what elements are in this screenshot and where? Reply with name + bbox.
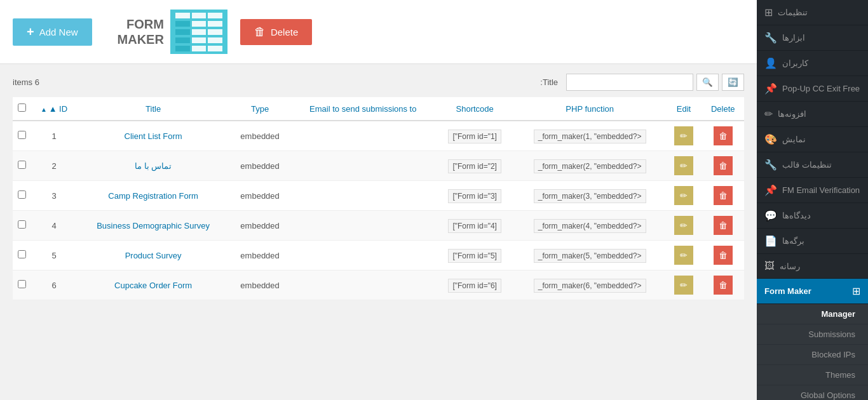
row-type-1: embedded — [229, 121, 290, 151]
delete-button-5[interactable]: 🗑 — [714, 246, 733, 265]
row-title-1[interactable]: Client List Form — [77, 121, 229, 151]
row-id-3: 3 — [31, 181, 77, 211]
row-select-2[interactable] — [18, 161, 26, 169]
submenu-manager[interactable]: Manager — [757, 304, 868, 324]
edit-button-5[interactable]: ✏ — [674, 246, 693, 265]
row-edit-4[interactable]: ✏ — [666, 211, 702, 241]
row-type-6: embedded — [229, 270, 290, 300]
sidebar-item-pages[interactable]: برگه‌ها 📄 — [757, 229, 868, 254]
row-email-6 — [290, 270, 435, 300]
reset-button[interactable]: 🔄 — [722, 74, 744, 91]
row-type-2: embedded — [229, 151, 290, 181]
edit-button-6[interactable]: ✏ — [674, 276, 693, 295]
sidebar-item-plugins[interactable]: افزونه‌ها ✏ — [757, 102, 868, 127]
add-new-label: Add New — [39, 27, 78, 37]
add-new-button[interactable]: + Add New — [13, 18, 92, 46]
row-delete-5[interactable]: 🗑 — [702, 241, 744, 270]
row-php-3: _form_maker(3, "embedded?> — [514, 181, 666, 211]
items-count: items 6 — [13, 77, 39, 87]
comments-icon: 💬 — [764, 210, 777, 222]
form-maker-logo: FORM MAKER — [118, 10, 227, 54]
search-button[interactable]: 🔍 — [696, 74, 719, 91]
delete-button[interactable]: 🗑 Delete — [240, 19, 312, 45]
row-select-6[interactable] — [18, 280, 26, 288]
row-checkbox-4[interactable] — [13, 211, 31, 241]
sidebar-item-appearance[interactable]: نمایش 🎨 — [757, 127, 868, 152]
delete-label: Delete — [271, 27, 298, 37]
row-title-4[interactable]: Business Demographic Survey — [77, 211, 229, 241]
form-maker-sidebar-icon: ⊞ — [852, 285, 860, 297]
select-all-checkbox[interactable] — [18, 103, 26, 112]
tools-icon: 🔧 — [764, 32, 777, 44]
sidebar-item-settings[interactable]: تنظیمات ⊞ — [757, 0, 868, 25]
row-edit-6[interactable]: ✏ — [666, 270, 702, 300]
row-email-5 — [290, 241, 435, 270]
submenu-themes[interactable]: Themes — [757, 365, 868, 385]
media-icon: 🖼 — [764, 260, 775, 272]
row-title-6[interactable]: Cupcake Order Form — [77, 270, 229, 300]
sidebar-item-comments[interactable]: دیدگاه‌ها 💬 — [757, 203, 868, 229]
th-select-all[interactable] — [13, 97, 31, 121]
sidebar-item-tools[interactable]: ابزارها 🔧 — [757, 25, 868, 51]
th-type[interactable]: Type — [229, 97, 290, 121]
row-checkbox-3[interactable] — [13, 181, 31, 211]
row-shortcode-6: ["Form id="6] — [435, 270, 513, 300]
trash-icon: 🗑 — [254, 25, 266, 39]
submenu-global-options[interactable]: Global Options — [757, 385, 868, 400]
submenu-blocked-ips[interactable]: Blocked IPs — [757, 345, 868, 365]
row-select-1[interactable] — [18, 131, 26, 139]
row-delete-2[interactable]: 🗑 — [702, 151, 744, 181]
row-id-1: 1 — [31, 121, 77, 151]
th-title[interactable]: Title — [77, 97, 229, 121]
form-maker-icon — [170, 10, 227, 54]
edit-button-3[interactable]: ✏ — [674, 186, 693, 205]
row-select-4[interactable] — [18, 220, 26, 229]
row-type-5: embedded — [229, 241, 290, 270]
delete-button-2[interactable]: 🗑 — [714, 156, 733, 175]
row-delete-4[interactable]: 🗑 — [702, 211, 744, 241]
row-edit-3[interactable]: ✏ — [666, 181, 702, 211]
row-title-5[interactable]: Product Survey — [77, 241, 229, 270]
row-title-3[interactable]: Camp Registration Form — [77, 181, 229, 211]
row-select-5[interactable] — [18, 250, 26, 258]
row-delete-3[interactable]: 🗑 — [702, 181, 744, 211]
row-php-5: _form_maker(5, "embedded?> — [514, 241, 666, 270]
edit-button-4[interactable]: ✏ — [674, 216, 693, 235]
row-edit-1[interactable]: ✏ — [666, 121, 702, 151]
delete-button-6[interactable]: 🗑 — [714, 276, 733, 295]
th-shortcode: Shortcode — [435, 97, 513, 121]
row-delete-6[interactable]: 🗑 — [702, 270, 744, 300]
row-edit-2[interactable]: ✏ — [666, 151, 702, 181]
form-maker-submenu: Manager Submissions Blocked IPs Themes G… — [757, 304, 868, 400]
title-label: Title: — [540, 77, 558, 87]
row-delete-1[interactable]: 🗑 — [702, 121, 744, 151]
submenu-submissions[interactable]: Submissions — [757, 324, 868, 345]
sidebar-item-users[interactable]: کاربران 👤 — [757, 51, 868, 76]
edit-button-2[interactable]: ✏ — [674, 156, 693, 175]
search-input[interactable] — [566, 74, 693, 91]
sidebar-item-template[interactable]: تنظیمات قالب 🔧 — [757, 152, 868, 178]
settings-icon: ⊞ — [764, 6, 773, 18]
sidebar-form-maker[interactable]: ⊞ Form Maker — [757, 279, 868, 304]
row-title-2[interactable]: تماس با ما — [77, 151, 229, 181]
plugins-icon: ✏ — [764, 108, 773, 120]
row-edit-5[interactable]: ✏ — [666, 241, 702, 270]
row-select-3[interactable] — [18, 190, 26, 199]
delete-button-4[interactable]: 🗑 — [714, 216, 733, 235]
forms-table: ▲ ID Title Type Email to send submission… — [13, 97, 744, 300]
sidebar-item-fm-email[interactable]: FM Email Verification 📌 — [757, 178, 868, 203]
th-id[interactable]: ▲ ID — [31, 97, 77, 121]
delete-button-3[interactable]: 🗑 — [714, 186, 733, 205]
row-id-6: 6 — [31, 270, 77, 300]
row-checkbox-1[interactable] — [13, 121, 31, 151]
edit-button-1[interactable]: ✏ — [674, 126, 693, 145]
table-controls: items 6 Title: 🔍 🔄 — [13, 74, 744, 91]
row-checkbox-6[interactable] — [13, 270, 31, 300]
row-checkbox-5[interactable] — [13, 241, 31, 270]
sidebar-item-popup[interactable]: Pop-Up CC Exit Free 📌 — [757, 76, 868, 102]
row-id-5: 5 — [31, 241, 77, 270]
template-icon: 🔧 — [764, 159, 777, 171]
row-checkbox-2[interactable] — [13, 151, 31, 181]
sidebar-item-media[interactable]: رسانه 🖼 — [757, 254, 868, 279]
delete-button-1[interactable]: 🗑 — [714, 126, 733, 145]
